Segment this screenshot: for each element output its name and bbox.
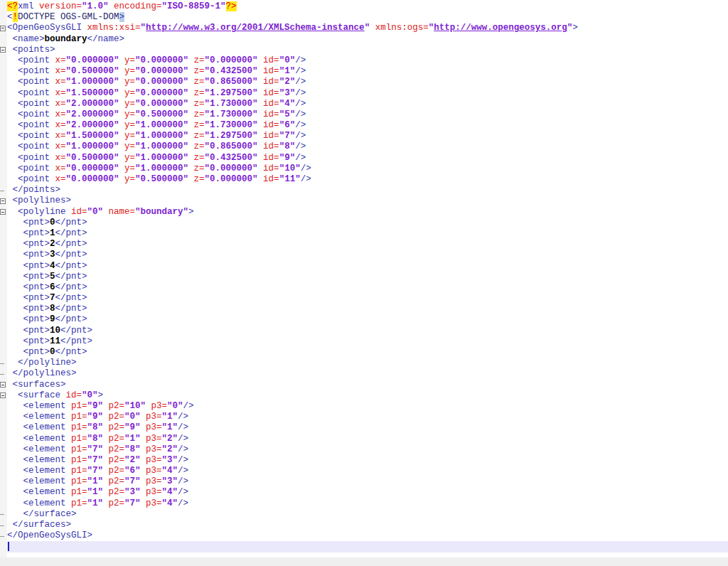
xml-tag: </pnt> xyxy=(55,347,87,357)
code-line[interactable]: <surface id="0"> xyxy=(0,390,728,401)
xml-attribute-name: id= xyxy=(258,142,279,151)
fold-margin xyxy=(0,336,7,347)
url-link[interactable]: http://www.w3.org/2001/XMLSchema-instanc… xyxy=(146,23,365,33)
xml-attribute-name: y= xyxy=(119,77,136,87)
code-line[interactable]: <element p1="7" p2="8" p3="2"/> xyxy=(0,444,728,455)
code-line[interactable]: <element p1="9" p2="10" p3="0"/> xyxy=(0,401,728,412)
xml-attribute-name: p2= xyxy=(103,412,124,422)
code-line[interactable]: <element p1="1" p2="3" p3="4"/> xyxy=(0,487,728,498)
code-line[interactable]: <points> xyxy=(0,45,728,55)
code-line[interactable]: <pnt>0</pnt> xyxy=(0,218,728,228)
code-line[interactable]: <point x="1.000000" y="1.000000" z="0.86… xyxy=(0,142,728,152)
fold-collapse-marker[interactable] xyxy=(0,390,7,401)
code-line[interactable]: </points> xyxy=(0,185,728,196)
xml-tag: xml xyxy=(18,1,34,11)
xml-attribute-name: y= xyxy=(119,55,136,65)
code-line[interactable]: <element p1="1" p2="7" p3="3"/> xyxy=(0,476,728,487)
code-line[interactable]: <point x="0.000000" y="0.500000" z="0.00… xyxy=(0,174,728,185)
fold-end-marker xyxy=(0,185,7,196)
code-line[interactable]: <point x="2.000000" y="1.000000" z="1.73… xyxy=(0,120,728,131)
xml-text-content: 3 xyxy=(50,250,55,260)
code-text: </polyline> xyxy=(7,358,728,368)
code-line[interactable]: <polylines> xyxy=(0,196,728,206)
code-line[interactable]: <pnt>7</pnt> xyxy=(0,293,728,304)
code-line[interactable]: <pnt>1</pnt> xyxy=(0,228,728,239)
xml-attribute-name: x= xyxy=(50,120,66,130)
code-line[interactable]: <polyline id="0" name="boundary"> xyxy=(0,207,728,218)
xml-tag: </points> xyxy=(7,185,60,195)
code-line[interactable]: </surface> xyxy=(0,509,728,520)
fold-collapse-marker[interactable] xyxy=(0,207,7,218)
xml-tag: <point xyxy=(7,142,50,151)
code-line[interactable]: <pnt>9</pnt> xyxy=(0,314,728,325)
xml-attribute-value: "4" xyxy=(279,99,296,109)
xml-tag: </pnt> xyxy=(55,250,87,260)
code-line[interactable]: <point x="1.500000" y="0.000000" z="1.29… xyxy=(0,88,728,99)
code-line[interactable]: <pnt>3</pnt> xyxy=(0,250,728,260)
code-line[interactable]: <element p1="9" p2="0" p3="1"/> xyxy=(0,412,728,422)
xml-attribute-value: "7" xyxy=(87,444,104,454)
code-line[interactable]: <pnt>4</pnt> xyxy=(0,261,728,272)
code-line[interactable]: </OpenGeoSysGLI> xyxy=(0,530,728,541)
code-area[interactable]: <?xml version="1.0" encoding="ISO-8859-1… xyxy=(0,1,728,552)
code-line[interactable]: <point x="1.500000" y="1.000000" z="1.29… xyxy=(0,131,728,142)
code-text: <point x="2.000000" y="1.000000" z="1.73… xyxy=(7,120,728,131)
xml-attribute-value: "2" xyxy=(162,434,178,444)
code-line[interactable]: <point x="0.000000" y="0.000000" z="0.00… xyxy=(0,55,728,66)
xml-tag: <pnt> xyxy=(7,347,50,357)
xml-attribute-name: z= xyxy=(188,142,205,151)
xml-tag: <point xyxy=(7,120,50,130)
code-text: <OpenGeoSysGLI xmlns:xsi="http://www.w3.… xyxy=(7,23,728,33)
code-text: <element p1="1" p2="7" p3="4"/> xyxy=(7,498,728,509)
code-line[interactable]: <pnt>11</pnt> xyxy=(0,336,728,347)
code-text: <surfaces> xyxy=(7,380,728,390)
code-line[interactable]: <element p1="8" p2="1" p3="2"/> xyxy=(0,434,728,444)
fold-collapse-marker[interactable] xyxy=(0,45,7,55)
code-line[interactable]: <point x="0.500000" y="1.000000" z="0.43… xyxy=(0,153,728,164)
fold-margin xyxy=(0,326,7,336)
code-line[interactable]: <element p1="7" p2="2" p3="3"/> xyxy=(0,455,728,466)
code-line[interactable]: <point x="1.000000" y="0.000000" z="0.86… xyxy=(0,77,728,87)
code-line[interactable]: <OpenGeoSysGLI xmlns:xsi="http://www.w3.… xyxy=(0,23,728,33)
xml-attribute-value: "0.500000" xyxy=(66,66,119,76)
xml-tag: </name> xyxy=(87,34,125,44)
xml-tag: /> xyxy=(295,120,306,130)
code-line[interactable]: <pnt>6</pnt> xyxy=(0,282,728,293)
code-line[interactable]: <point x="2.000000" y="0.000000" z="1.73… xyxy=(0,99,728,110)
code-line[interactable]: <pnt>0</pnt> xyxy=(0,347,728,358)
code-line[interactable]: <pnt>10</pnt> xyxy=(0,326,728,336)
fold-collapse-marker[interactable] xyxy=(0,380,7,390)
xml-tag: </OpenGeoSysGLI> xyxy=(7,530,92,540)
xml-attribute-value: "1.000000" xyxy=(135,142,188,151)
code-line[interactable]: <point x="0.500000" y="0.000000" z="0.43… xyxy=(0,66,728,77)
code-line[interactable]: <name>boundary</name> xyxy=(0,34,728,45)
fold-end-marker xyxy=(0,530,7,541)
xml-attribute-name: p2= xyxy=(103,422,124,432)
xml-tag: <point xyxy=(7,66,50,76)
code-line[interactable]: <point x="2.000000" y="0.500000" z="1.73… xyxy=(0,110,728,120)
code-line[interactable]: </polylines> xyxy=(0,368,728,379)
code-line[interactable]: <surfaces> xyxy=(0,380,728,390)
fold-margin xyxy=(0,487,7,498)
code-line[interactable]: </polyline> xyxy=(0,358,728,368)
code-line[interactable]: <element p1="7" p2="6" p3="4"/> xyxy=(0,466,728,476)
xml-tag: /> xyxy=(295,99,306,109)
code-line[interactable]: </surfaces> xyxy=(0,520,728,530)
code-line[interactable]: <pnt>5</pnt> xyxy=(0,272,728,282)
code-line[interactable]: <?xml version="1.0" encoding="ISO-8859-1… xyxy=(0,1,728,12)
code-line[interactable]: <!DOCTYPE OGS-GML-DOM> xyxy=(0,12,728,23)
code-line[interactable]: <element p1="8" p2="9" p3="1"/> xyxy=(0,422,728,433)
code-line[interactable]: <element p1="1" p2="7" p3="4"/> xyxy=(0,498,728,509)
xml-attribute-name: x= xyxy=(50,174,66,184)
xml-attribute-name: p1= xyxy=(66,444,87,454)
xml-text-content: 7 xyxy=(50,293,55,303)
fold-collapse-marker[interactable] xyxy=(0,196,7,206)
xml-editor[interactable]: <?xml version="1.0" encoding="ISO-8859-1… xyxy=(0,0,728,566)
code-line[interactable]: <pnt>2</pnt> xyxy=(0,239,728,250)
url-link[interactable]: http://www.opengeosys.org xyxy=(434,23,567,33)
code-line[interactable]: <pnt>8</pnt> xyxy=(0,304,728,314)
code-line[interactable]: <point x="0.000000" y="1.000000" z="0.00… xyxy=(0,164,728,174)
code-line[interactable] xyxy=(0,541,728,552)
fold-collapse-marker[interactable] xyxy=(0,23,7,33)
xml-attribute-value: "7" xyxy=(124,498,141,508)
